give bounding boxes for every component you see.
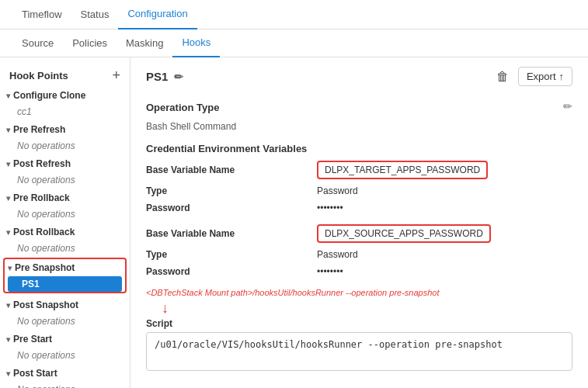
password1-row: Password ••••••••	[146, 203, 572, 213]
export-label: Export	[527, 71, 556, 82]
chevron-icon: ▾	[6, 228, 10, 237]
sidebar-group-label: Post Start	[13, 368, 57, 379]
chevron-icon: ▾	[6, 160, 10, 168]
sidebar-group-pre-start: ▾ Pre Start No operations	[0, 331, 130, 363]
sidebar-group-header-post-snapshot[interactable]: ▾ Post Snapshot	[0, 296, 130, 314]
sidebar-group-header-pre-snapshot[interactable]: ▾ Pre Snapshot	[5, 259, 125, 276]
nav-status[interactable]: Status	[71, 0, 119, 29]
script-value: /u01/oracle/VIS/hooksUtil/hooksRunner --…	[146, 332, 572, 371]
type2-label: Type	[146, 249, 317, 260]
base-var2-row: Base Variable Name DLPX_SOURCE_APPS_PASS…	[146, 224, 572, 243]
type1-label: Type	[146, 185, 317, 196]
nav-masking[interactable]: Masking	[117, 29, 172, 57]
chevron-icon: ▾	[6, 335, 10, 344]
add-hook-button[interactable]: +	[112, 68, 120, 82]
nav-configuration[interactable]: Configuration	[118, 0, 197, 29]
edit-title-icon[interactable]: ✏	[174, 71, 183, 83]
sidebar-group-header-configure-clone[interactable]: ▾ Configure Clone	[0, 87, 130, 104]
sidebar-title: Hook Points	[9, 70, 68, 81]
script-label: Script	[146, 318, 572, 329]
password1-label: Password	[146, 203, 317, 213]
type1-value: Password	[317, 185, 572, 196]
main-layout: Hook Points + ▾ Configure Clone cc1 ▾ Pr…	[0, 57, 588, 388]
sidebar-group-post-refresh: ▾ Post Refresh No operations	[0, 155, 130, 188]
password2-row: Password ••••••••	[146, 266, 572, 277]
content-actions: 🗑 Export ↑	[496, 67, 572, 86]
sidebar-header: Hook Points +	[0, 64, 130, 87]
sidebar-item-ps1[interactable]: PS1	[8, 276, 122, 292]
export-up-icon: ↑	[559, 71, 565, 82]
type2-row: Type Password	[146, 249, 572, 260]
sidebar-group-pre-rollback: ▾ Pre Rollback No operations	[0, 189, 130, 222]
sidebar-group-label: Post Snapshot	[13, 300, 78, 310]
content-title: PS1	[146, 70, 168, 83]
chevron-icon: ▾	[6, 92, 10, 100]
sidebar-group-post-rollback: ▾ Post Rollback No operations	[0, 223, 130, 256]
chevron-icon: ▾	[6, 301, 10, 310]
chevron-icon: ▾	[6, 369, 10, 378]
sidebar-group-header-post-rollback[interactable]: ▾ Post Rollback	[0, 223, 130, 241]
sidebar-group-label: Pre Start	[13, 334, 52, 345]
sidebar-group-pre-refresh: ▾ Pre Refresh No operations	[0, 121, 130, 154]
sidebar-group-header-pre-start[interactable]: ▾ Pre Start	[0, 331, 130, 348]
nav-source[interactable]: Source	[12, 29, 63, 57]
type2-value: Password	[317, 249, 572, 260]
password1-value: ••••••••	[317, 203, 572, 213]
sidebar-item-pre-start-empty: No operations	[0, 348, 130, 363]
chevron-icon: ▾	[8, 264, 12, 272]
sidebar-item-cc1[interactable]: cc1	[0, 104, 130, 120]
sidebar-item-post-start-empty: No operations	[0, 382, 130, 388]
delete-icon[interactable]: 🗑	[496, 70, 509, 84]
top-nav: Timeflow Status Configuration	[0, 0, 588, 29]
sidebar-group-configure-clone: ▾ Configure Clone cc1	[0, 87, 130, 120]
op-type-value-row: Bash Shell Command	[146, 121, 572, 132]
sidebar: Hook Points + ▾ Configure Clone cc1 ▾ Pr…	[0, 57, 130, 388]
sidebar-group-header-pre-refresh[interactable]: ▾ Pre Refresh	[0, 121, 130, 138]
chevron-icon: ▾	[6, 126, 10, 134]
base-var1-row: Base Variable Name DLPX_TARGET_APPS_PASS…	[146, 161, 572, 179]
base-var1-value: DLPX_TARGET_APPS_PASSWORD	[317, 161, 488, 179]
sidebar-group-label: Pre Rollback	[13, 192, 70, 203]
sidebar-group-post-snapshot: ▾ Post Snapshot No operations	[0, 296, 130, 329]
content-title-row: PS1 ✏	[146, 70, 183, 83]
sidebar-item-post-refresh-empty: No operations	[0, 172, 130, 188]
sidebar-group-label: Pre Snapshot	[15, 262, 75, 273]
sidebar-group-header-post-refresh[interactable]: ▾ Post Refresh	[0, 155, 130, 172]
sidebar-group-label: Configure Clone	[13, 90, 85, 101]
sidebar-item-pre-refresh-empty: No operations	[0, 138, 130, 154]
nav-timeflow[interactable]: Timeflow	[12, 0, 71, 29]
base-var2-value: DLPX_SOURCE_APPS_PASSWORD	[317, 224, 491, 243]
nav-policies[interactable]: Policies	[63, 29, 117, 57]
sidebar-item-post-snapshot-empty: No operations	[0, 314, 130, 329]
base-var1-label: Base Variable Name	[146, 165, 317, 175]
content-area: PS1 ✏ 🗑 Export ↑ Operation Type ✏ Bash S…	[130, 57, 588, 388]
arrow-down-icon: ↓	[162, 300, 572, 317]
password2-value: ••••••••	[317, 266, 572, 277]
sidebar-group-header-pre-rollback[interactable]: ▾ Pre Rollback	[0, 189, 130, 206]
operation-type-section: Operation Type ✏	[146, 99, 572, 113]
hint-text: <DBTechStack Mount path>/hooksUtil/hooks…	[146, 288, 572, 297]
sidebar-item-pre-rollback-empty: No operations	[0, 206, 130, 222]
content-header: PS1 ✏ 🗑 Export ↑	[146, 67, 572, 86]
second-nav: Source Policies Masking Hooks	[0, 29, 588, 57]
sidebar-group-label: Post Refresh	[13, 158, 71, 169]
sidebar-group-label: Pre Refresh	[13, 124, 65, 135]
edit-op-type-icon[interactable]: ✏	[563, 100, 572, 113]
cred-env-vars-label: Credential Environment Variables	[146, 143, 572, 154]
chevron-icon: ▾	[6, 194, 10, 203]
type1-row: Type Password	[146, 185, 572, 196]
sidebar-group-label: Post Rollback	[13, 227, 75, 237]
sidebar-group-header-post-start[interactable]: ▾ Post Start	[0, 365, 130, 382]
op-type-section-label: Operation Type	[146, 102, 219, 113]
password2-label: Password	[146, 266, 317, 277]
op-type-value: Bash Shell Command	[146, 121, 572, 132]
sidebar-item-post-rollback-empty: No operations	[0, 241, 130, 256]
export-button[interactable]: Export ↑	[518, 67, 572, 86]
nav-hooks[interactable]: Hooks	[172, 29, 220, 57]
sidebar-group-pre-snapshot: ▾ Pre Snapshot PS1	[3, 258, 127, 293]
base-var2-label: Base Variable Name	[146, 228, 317, 239]
sidebar-group-post-start: ▾ Post Start No operations	[0, 365, 130, 388]
